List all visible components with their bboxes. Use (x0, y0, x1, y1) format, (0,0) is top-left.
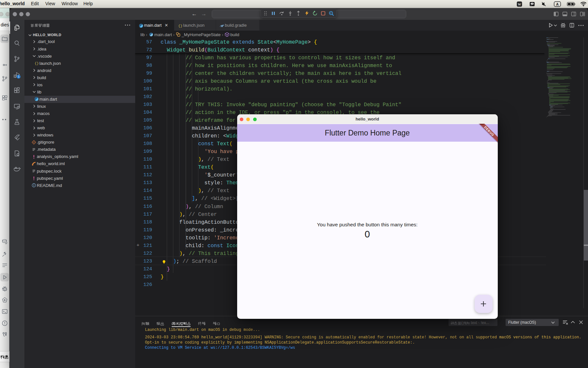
svg-text:DEBUG: DEBUG (483, 125, 495, 137)
